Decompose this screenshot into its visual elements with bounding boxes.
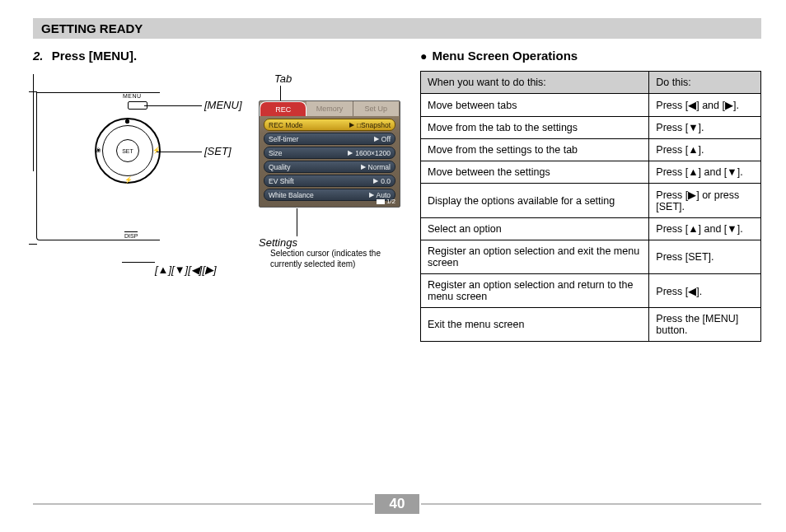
- section-header: GETTING READY: [33, 18, 761, 39]
- ops-do-cell: Press [◀].: [649, 274, 761, 308]
- table-row: Display the options available for a sett…: [421, 184, 761, 218]
- dial-left-icon: ❀: [96, 147, 101, 154]
- table-header-do: Do this:: [649, 72, 761, 94]
- setting-value: 0.0: [381, 177, 391, 185]
- dial-right-icon: ⚡: [152, 147, 161, 154]
- footer-line-left: [33, 503, 373, 505]
- page-columns: 2. Press [MENU]. MENU SET ⏺ ⚡ ⚡ ❀ DISP […: [33, 49, 761, 342]
- setting-key: Quality: [269, 163, 358, 171]
- right-column: ●Menu Screen Operations When you want to…: [420, 49, 761, 342]
- leader-line-tab: [280, 86, 281, 100]
- menu-setting-row: REC Mode▶□Snapshot: [264, 119, 395, 131]
- table-row: Move from the settings to the tabPress […: [421, 139, 761, 161]
- table-row: Move from the tab to the settingsPress […: [421, 117, 761, 139]
- setting-key: EV Shift: [269, 177, 371, 185]
- cursor-note: Selection cursor (indicates the currentl…: [270, 249, 402, 269]
- setting-arrow-icon: ▶: [369, 191, 374, 198]
- leader-line-settings: [297, 208, 297, 236]
- footer-line-right: [421, 503, 761, 505]
- setting-arrow-icon: ▶: [373, 177, 378, 184]
- table-row: Move between the settingsPress [▲] and […: [421, 161, 761, 184]
- page-number: 40: [375, 494, 420, 514]
- table-row: Register an option selection and return …: [421, 274, 761, 308]
- bullet-icon: ●: [420, 49, 427, 63]
- ops-when-cell: Register an option selection and return …: [421, 274, 649, 308]
- table-row: Select an optionPress [▲] and [▼].: [421, 218, 761, 240]
- label-set: [SET]: [204, 145, 232, 157]
- ops-when-cell: Move from the tab to the settings: [421, 117, 649, 139]
- ops-when-cell: Move between the settings: [421, 161, 649, 184]
- setting-arrow-icon: ▶: [348, 149, 353, 156]
- setting-value: Normal: [368, 163, 391, 171]
- setting-arrow-icon: ▶: [361, 163, 366, 170]
- ops-when-cell: Select an option: [421, 218, 649, 240]
- label-tab: Tab: [274, 72, 292, 85]
- table-header-when: When you want to do this:: [421, 72, 649, 94]
- setting-key: White Balance: [269, 191, 367, 199]
- leader-line-set: [157, 152, 202, 152]
- setting-value: 1600×1200: [355, 149, 391, 157]
- leader-line-keys-h: [122, 262, 155, 263]
- ops-when-cell: Register an option selection and exit th…: [421, 240, 649, 274]
- tabs-row: RECMemorySet Up: [260, 101, 400, 116]
- setting-key: Self-timer: [269, 135, 372, 143]
- camera-back-outline: MENU SET ⏺ ⚡ ⚡ ❀ DISP: [36, 92, 160, 240]
- ops-do-cell: Press [▲].: [649, 139, 761, 161]
- ops-do-cell: Press [▲] and [▼].: [649, 161, 761, 184]
- menu-button-tiny-label: MENU: [123, 93, 142, 99]
- ops-when-cell: Exit the menu screen: [421, 308, 649, 342]
- set-button-icon: SET: [116, 139, 139, 162]
- ops-do-cell: Press the [MENU] button.: [649, 308, 761, 342]
- ops-title: ●Menu Screen Operations: [420, 49, 761, 63]
- control-dial: SET ⏺ ⚡ ⚡ ❀: [95, 118, 161, 184]
- menu-tab: Memory: [306, 101, 353, 116]
- setting-key: REC Mode: [269, 121, 347, 129]
- setting-value: □Snapshot: [357, 121, 391, 129]
- ops-when-cell: Move between tabs: [421, 94, 649, 117]
- menu-tab: REC: [260, 101, 306, 116]
- page-footer: 40: [33, 494, 761, 514]
- left-column: 2. Press [MENU]. MENU SET ⏺ ⚡ ⚡ ❀ DISP […: [33, 49, 395, 342]
- menu-setting-row: EV Shift▶0.0: [264, 175, 395, 187]
- setting-key: Size: [269, 149, 345, 157]
- ops-when-cell: Move from the settings to the tab: [421, 139, 649, 161]
- label-arrow-keys: [▲][▼][◀][▶]: [155, 264, 217, 276]
- menu-setting-row: Size▶1600×1200: [264, 147, 395, 159]
- ops-title-text: Menu Screen Operations: [432, 49, 578, 63]
- setting-arrow-icon: ▶: [374, 135, 379, 142]
- menu-page-indicator: 1/2: [386, 198, 395, 205]
- menu-screen: RECMemorySet Up REC Mode▶□SnapshotSelf-t…: [259, 100, 400, 208]
- operations-table: When you want to do this: Do this: Move …: [420, 71, 761, 342]
- ops-do-cell: Press [▶] or press [SET].: [649, 184, 761, 218]
- settings-list: REC Mode▶□SnapshotSelf-timer▶OffSize▶160…: [260, 116, 400, 204]
- menu-setting-row: Quality▶Normal: [264, 161, 395, 173]
- ops-do-cell: Press [▼].: [649, 117, 761, 139]
- table-header-row: When you want to do this: Do this:: [421, 72, 761, 94]
- page-icon: [377, 199, 385, 204]
- ops-do-cell: Press [◀] and [▶].: [649, 94, 761, 117]
- ops-when-cell: Display the options available for a sett…: [421, 184, 649, 218]
- menu-footer: 1/2: [377, 198, 395, 205]
- dial-bottom-icon: ⚡: [124, 176, 133, 184]
- step-line: 2. Press [MENU].: [33, 49, 395, 63]
- table-row: Move between tabsPress [◀] and [▶].: [421, 94, 761, 117]
- diagram-area: MENU SET ⏺ ⚡ ⚡ ❀ DISP [MENU] [SET] [▲][▼…: [33, 74, 395, 305]
- label-settings: Settings: [259, 236, 297, 249]
- table-row: Exit the menu screenPress the [MENU] but…: [421, 308, 761, 342]
- menu-setting-row: Self-timer▶Off: [264, 133, 395, 145]
- setting-value: Off: [381, 135, 391, 143]
- menu-tab: Set Up: [353, 101, 400, 116]
- step-number: 2.: [33, 49, 44, 63]
- leader-line-menu: [144, 105, 202, 106]
- table-row: Register an option selection and exit th…: [421, 240, 761, 274]
- ops-do-cell: Press [▲] and [▼].: [649, 218, 761, 240]
- step-text: Press [MENU].: [52, 49, 137, 63]
- dial-top-icon: ⏺: [124, 118, 131, 125]
- disp-button-tiny-label: DISP: [124, 231, 138, 239]
- setting-arrow-icon: ▶: [349, 121, 354, 128]
- label-menu: [MENU]: [204, 99, 242, 111]
- ops-do-cell: Press [SET].: [649, 240, 761, 274]
